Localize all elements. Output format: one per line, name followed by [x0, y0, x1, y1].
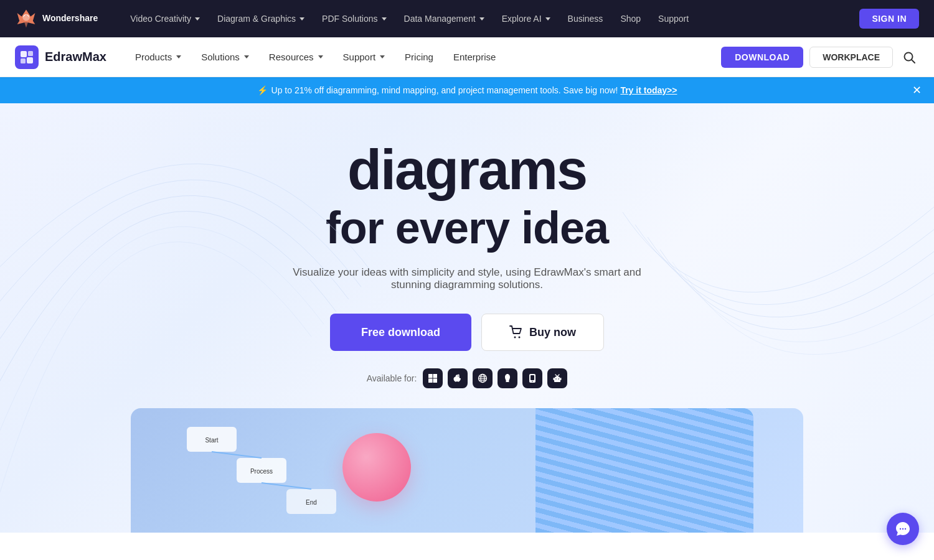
sign-in-button[interactable]: SIGN IN [859, 9, 919, 29]
svg-rect-29 [554, 378, 555, 380]
hero-subtitle: for every idea [0, 205, 934, 252]
hero-description: Visualize your ideas with simplicity and… [280, 266, 654, 291]
svg-point-40 [902, 528, 903, 530]
top-nav-business[interactable]: Business [560, 10, 611, 27]
workplace-button[interactable]: WORKPLACE [809, 47, 893, 68]
svg-point-24 [532, 381, 534, 382]
svg-line-26 [557, 375, 559, 376]
svg-text:Process: Process [250, 468, 273, 475]
svg-point-41 [905, 528, 906, 530]
wondershare-logo-icon [15, 7, 37, 30]
svg-point-9 [519, 337, 521, 338]
hero-image: Start Process End [131, 408, 803, 533]
edrawmax-logo-icon [15, 45, 39, 69]
svg-rect-2 [21, 51, 27, 57]
svg-rect-30 [560, 378, 562, 380]
page-wrapper: Wondershare Video Creativity Diagram & G… [0, 0, 934, 560]
buy-now-button[interactable]: Buy now [481, 314, 604, 351]
hero-sphere [342, 433, 411, 502]
svg-rect-3 [28, 51, 33, 56]
top-nav-pdf-solutions[interactable]: PDF Solutions [314, 10, 394, 27]
chevron-down-icon [479, 17, 484, 21]
wondershare-logo-text: Wondershare [42, 14, 98, 23]
svg-rect-10 [428, 374, 433, 378]
top-nav-data-management[interactable]: Data Management [397, 10, 492, 27]
chevron-down-icon [195, 17, 200, 21]
top-nav-links: Video Creativity Diagram & Graphics PDF … [123, 10, 859, 27]
top-nav-explore-ai[interactable]: Explore AI [494, 10, 558, 27]
svg-line-7 [912, 60, 915, 63]
banner-text: Up to 21% off diagramming, mind mapping,… [271, 85, 618, 95]
chevron-down-icon [318, 55, 323, 58]
svg-line-34 [212, 452, 262, 458]
svg-point-20 [506, 376, 507, 378]
top-nav-shop[interactable]: Shop [613, 10, 648, 27]
top-nav-video-creativity[interactable]: Video Creativity [123, 10, 207, 27]
free-download-button[interactable]: Free download [330, 314, 471, 351]
banner-link[interactable]: Try it today>> [620, 85, 677, 95]
svg-rect-4 [21, 58, 26, 63]
edrawmax-logo[interactable]: EdrawMax [15, 45, 106, 69]
svg-text:Start: Start [205, 437, 218, 444]
svg-line-35 [262, 483, 311, 489]
search-button[interactable] [899, 47, 919, 67]
chat-button[interactable] [887, 513, 919, 545]
secondary-nav-support[interactable]: Support [334, 48, 394, 66]
download-button[interactable]: DOWNLOAD [721, 47, 803, 68]
chevron-down-icon [382, 17, 387, 21]
svg-point-8 [514, 337, 516, 338]
hero-title: diagrams [0, 141, 934, 200]
web-platform-icon [473, 368, 493, 388]
hero-content: diagrams for every idea Visualize your i… [0, 103, 934, 533]
secondary-nav-links: Products Solutions Resources Support Pri… [126, 48, 721, 66]
lightning-icon: ⚡ [257, 85, 268, 95]
platform-icons [423, 368, 567, 388]
svg-point-39 [900, 528, 901, 530]
linux-platform-icon [498, 368, 517, 388]
platforms-row: Available for: [0, 368, 934, 388]
svg-rect-23 [531, 375, 534, 380]
secondary-nav: EdrawMax Products Solutions Resources Su… [0, 37, 934, 77]
top-nav-diagram-graphics[interactable]: Diagram & Graphics [210, 10, 312, 27]
cart-icon [509, 325, 523, 339]
android-platform-icon [547, 368, 567, 388]
chevron-down-icon [244, 55, 249, 58]
chevron-down-icon [380, 55, 385, 58]
chat-icon [895, 521, 911, 537]
svg-rect-13 [433, 379, 438, 383]
secondary-nav-right: DOWNLOAD WORKPLACE [721, 47, 919, 68]
top-nav-right: SIGN IN [859, 9, 919, 29]
secondary-nav-enterprise[interactable]: Enterprise [445, 48, 504, 66]
secondary-nav-pricing[interactable]: Pricing [396, 48, 442, 66]
secondary-nav-resources[interactable]: Resources [260, 48, 332, 66]
windows-platform-icon [423, 368, 443, 388]
svg-line-25 [555, 375, 557, 376]
hero-buttons: Free download Buy now [0, 314, 934, 351]
chevron-down-icon [176, 55, 181, 58]
svg-point-27 [556, 378, 557, 380]
promo-banner: ⚡ Up to 21% off diagramming, mind mappin… [0, 77, 934, 103]
svg-rect-11 [433, 374, 438, 378]
macos-platform-icon [448, 368, 468, 388]
svg-point-28 [559, 378, 560, 380]
wondershare-logo[interactable]: Wondershare [15, 7, 98, 30]
edrawmax-logo-text: EdrawMax [45, 50, 106, 64]
secondary-nav-solutions[interactable]: Solutions [192, 48, 258, 66]
hero-section: diagrams for every idea Visualize your i… [0, 103, 934, 560]
top-nav: Wondershare Video Creativity Diagram & G… [0, 0, 934, 37]
top-nav-support[interactable]: Support [651, 10, 696, 27]
secondary-nav-products[interactable]: Products [126, 48, 190, 66]
hero-diagram-mockup: Start Process End [181, 421, 342, 520]
hero-stripes [535, 408, 753, 533]
available-for-label: Available for: [367, 373, 417, 383]
chevron-down-icon [545, 17, 550, 21]
banner-close-button[interactable]: ✕ [912, 83, 922, 97]
chevron-down-icon [300, 17, 304, 21]
search-icon [903, 51, 915, 63]
svg-rect-5 [27, 57, 33, 63]
svg-rect-12 [428, 379, 433, 383]
ios-platform-icon [522, 368, 542, 388]
buy-now-label: Buy now [529, 326, 576, 339]
svg-text:End: End [306, 499, 317, 506]
svg-point-21 [508, 376, 509, 378]
